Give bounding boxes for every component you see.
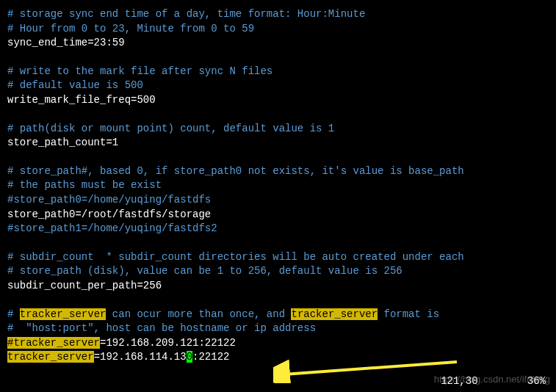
cursor: 0 [187, 351, 192, 363]
config-line: write_mark_file_freq=500 [7, 93, 549, 108]
config-line: #store_path0=/home/yuqing/fastdfs [7, 193, 549, 208]
search-highlight: tracker_server [291, 308, 378, 320]
config-line: sync_end_time=23:59 [7, 36, 549, 51]
config-line: # storage sync end time of a day, time f… [7, 7, 549, 22]
search-highlight: #tracker_server [7, 337, 100, 349]
config-line [7, 294, 549, 308]
config-line [7, 51, 549, 65]
search-highlight: tracker_server [7, 351, 94, 363]
search-highlight: tracker_server [20, 308, 106, 320]
config-line: # Hour from 0 to 23, Minute from 0 to 59 [7, 22, 549, 37]
config-line [7, 108, 549, 122]
config-line: store_path0=/root/fastdfs/storage [7, 208, 549, 222]
config-line: # tracker_server can ocur more than once… [7, 308, 549, 322]
config-line-current: tracker_server=192.168.114.130:22122 [7, 350, 549, 365]
terminal-viewport[interactable]: # storage sync end time of a day, time f… [7, 7, 549, 365]
config-line: # "host:port", host can be hostname or i… [7, 322, 549, 336]
config-line [7, 236, 549, 250]
config-line: store_path_count=1 [7, 136, 549, 150]
config-line [7, 150, 549, 164]
config-line: # store_path#, based 0, if store_path0 n… [7, 164, 549, 179]
config-line: #store_path1=/home/yuqing/fastdfs2 [7, 222, 549, 236]
config-line: # the paths must be exist [7, 178, 549, 193]
watermark: https://blog.csdn.net/ifubing [434, 373, 550, 386]
config-line: # default value is 500 [7, 79, 549, 93]
config-line: # store_path (disk), value can be 1 to 2… [7, 264, 549, 279]
config-line: subdir_count_per_path=256 [7, 279, 549, 294]
config-line: #tracker_server=192.168.209.121:22122 [7, 336, 549, 351]
config-line: # path(disk or mount point) count, defau… [7, 122, 549, 137]
config-line: # write to the mark file after sync N fi… [7, 65, 549, 79]
config-line: # subdir_count * subdir_count directorie… [7, 250, 549, 265]
